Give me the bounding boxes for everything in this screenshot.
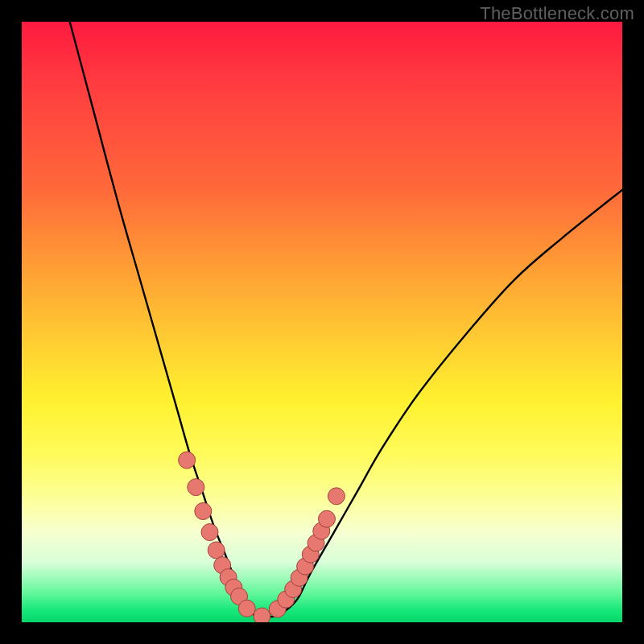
highlight-dot [179,452,196,469]
highlight-dot [328,488,345,505]
highlight-dot [195,502,212,519]
bottleneck-curve [70,22,622,617]
chart-svg [22,22,622,622]
highlight-dot [318,510,335,527]
watermark-text: TheBottleneck.com [480,3,634,24]
chart-frame: TheBottleneck.com [0,0,644,644]
highlight-dot [188,479,204,496]
highlight-dot [201,524,218,541]
highlight-dots [179,452,345,622]
highlight-dot [208,542,225,559]
plot-area [22,22,622,622]
highlight-dot [238,600,255,617]
highlight-dot [254,608,270,622]
